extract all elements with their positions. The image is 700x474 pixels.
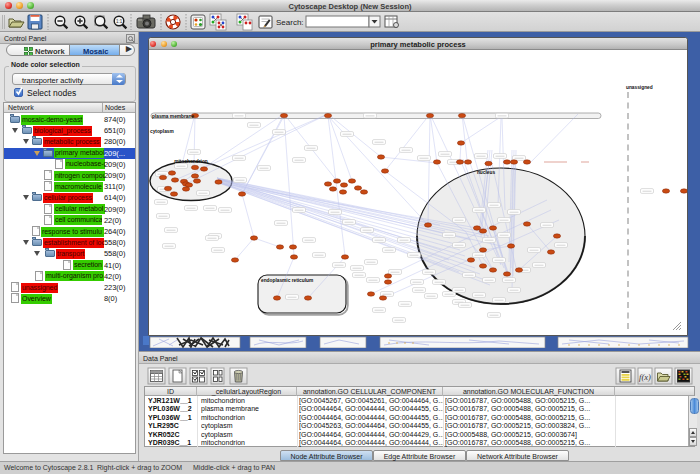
svg-text:1:1: 1:1: [116, 19, 123, 24]
svg-text:endoplasmic reticulum: endoplasmic reticulum: [261, 278, 313, 283]
svg-text:unassigned: unassigned: [626, 85, 653, 90]
svg-text:cytoplasm: cytoplasm: [150, 129, 174, 134]
svg-text:nucleus: nucleus: [477, 170, 495, 175]
svg-text:Search:: Search:: [276, 18, 304, 27]
svg-text:f(x): f(x): [639, 372, 651, 382]
svg-text:plasma membrane: plasma membrane: [152, 114, 194, 119]
svg-text:mitochondrion: mitochondrion: [174, 159, 208, 164]
